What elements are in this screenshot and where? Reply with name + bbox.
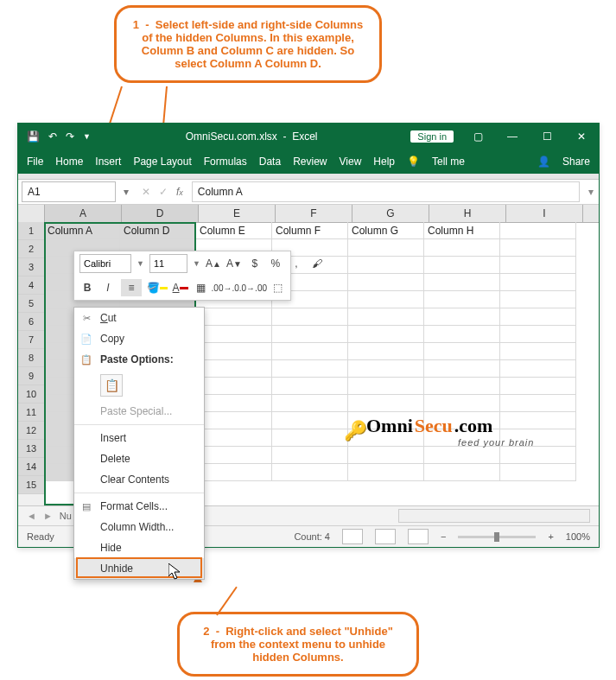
share-icon[interactable]: 👤: [537, 156, 550, 168]
format-painter-icon[interactable]: 🖌: [309, 255, 325, 272]
qat-customize-icon[interactable]: ▼: [83, 132, 91, 141]
page-break-view-icon[interactable]: [408, 529, 429, 544]
row-header[interactable]: 5: [18, 295, 44, 313]
save-icon[interactable]: 💾: [27, 130, 40, 143]
redo-icon[interactable]: ↷: [66, 130, 74, 143]
cell[interactable]: Column A: [44, 222, 120, 239]
zoom-out-icon[interactable]: −: [441, 531, 446, 542]
row-header[interactable]: 14: [18, 458, 44, 476]
context-clear-contents[interactable]: Clear Contents: [74, 469, 204, 490]
context-unhide[interactable]: Unhide: [74, 558, 204, 579]
tab-page-layout[interactable]: Page Layout: [133, 156, 191, 168]
tell-me-icon[interactable]: 💡: [407, 156, 420, 168]
context-copy[interactable]: 📄Copy: [74, 328, 204, 349]
cancel-formula-icon[interactable]: ✕: [142, 186, 150, 198]
row-header[interactable]: 12: [18, 422, 44, 440]
row-header[interactable]: 11: [18, 404, 44, 422]
column-header-i[interactable]: I: [506, 205, 583, 222]
row-header[interactable]: 1: [18, 222, 44, 240]
context-insert[interactable]: Insert: [74, 428, 204, 448]
undo-icon[interactable]: ↶: [48, 130, 57, 143]
tab-insert[interactable]: Insert: [95, 156, 121, 168]
mini-font-input[interactable]: [79, 254, 131, 273]
tell-me[interactable]: Tell me: [432, 156, 465, 168]
row-header[interactable]: 8: [18, 349, 44, 367]
enter-formula-icon[interactable]: ✓: [159, 186, 168, 198]
zoom-slider[interactable]: [458, 536, 536, 538]
context-cut[interactable]: ✂CuCutt: [74, 308, 204, 328]
increase-decimal-icon[interactable]: .00→.0: [214, 279, 237, 296]
accounting-format-icon[interactable]: $: [247, 255, 263, 272]
fx-icon[interactable]: fx: [176, 186, 183, 198]
tab-help[interactable]: Help: [373, 156, 395, 168]
column-header-f[interactable]: F: [276, 205, 352, 222]
row-header[interactable]: 15: [18, 476, 44, 494]
tab-review[interactable]: Review: [293, 156, 327, 168]
minimize-icon[interactable]: —: [495, 124, 530, 149]
row-header[interactable]: 13: [18, 440, 44, 458]
context-column-width[interactable]: Column Width...: [74, 517, 204, 537]
tab-formulas[interactable]: Formulas: [204, 156, 247, 168]
tab-view[interactable]: View: [340, 156, 362, 168]
italic-icon[interactable]: I: [100, 279, 116, 296]
cell[interactable]: Column G: [348, 222, 424, 239]
row-header[interactable]: 9: [18, 367, 44, 385]
ribbon-collapse-strip[interactable]: [18, 174, 599, 180]
column-header-g[interactable]: G: [352, 205, 429, 222]
bold-icon[interactable]: B: [79, 279, 95, 296]
ribbon-display-options-icon[interactable]: ▢: [460, 124, 495, 149]
horizontal-scrollbar[interactable]: [398, 509, 590, 523]
maximize-icon[interactable]: ☐: [530, 124, 564, 149]
row-header[interactable]: 2: [18, 240, 44, 258]
cell[interactable]: Column D: [120, 222, 196, 239]
sheet-tab[interactable]: Nu: [60, 511, 72, 521]
row-header[interactable]: 4: [18, 276, 44, 295]
name-box-dropdown-icon[interactable]: ▾: [119, 186, 133, 198]
font-color-icon[interactable]: A: [173, 279, 188, 296]
row-header[interactable]: 3: [18, 258, 44, 276]
name-box[interactable]: A1: [22, 181, 116, 202]
select-all-corner[interactable]: [18, 205, 45, 222]
context-format-cells[interactable]: ▤Format Cells...: [74, 496, 204, 517]
mini-font-dropdown-icon[interactable]: ▼: [137, 259, 144, 268]
column-header-e[interactable]: E: [199, 205, 276, 222]
context-hide[interactable]: Hide: [74, 537, 204, 558]
merge-icon[interactable]: ⬚: [270, 279, 285, 296]
comma-format-icon[interactable]: ,: [289, 255, 304, 272]
zoom-level[interactable]: 100%: [566, 531, 590, 542]
sign-in-button[interactable]: Sign in: [410, 130, 454, 143]
cell[interactable]: Column H: [424, 222, 500, 239]
tab-home[interactable]: Home: [55, 156, 83, 168]
decrease-decimal-icon[interactable]: .0→.00: [242, 279, 264, 296]
share-button[interactable]: Share: [562, 156, 590, 168]
column-headers[interactable]: A D E F G H I: [18, 205, 599, 223]
fill-color-icon[interactable]: 🪣: [147, 279, 168, 296]
tab-file[interactable]: File: [27, 156, 43, 168]
mini-size-input[interactable]: [149, 254, 187, 273]
cell[interactable]: [500, 222, 576, 239]
context-delete[interactable]: Delete: [74, 448, 204, 469]
row-header[interactable]: 6: [18, 313, 44, 331]
paste-option-icon[interactable]: 📋: [100, 374, 123, 397]
normal-view-icon[interactable]: [342, 529, 363, 544]
cell[interactable]: Column E: [196, 222, 272, 239]
percent-format-icon[interactable]: %: [268, 255, 283, 272]
sheet-nav-next-icon[interactable]: ►: [43, 511, 53, 521]
zoom-in-icon[interactable]: +: [548, 531, 553, 542]
sheet-nav-prev-icon[interactable]: ◄: [27, 511, 36, 521]
increase-font-icon[interactable]: A▲: [206, 255, 221, 272]
page-layout-view-icon[interactable]: [375, 529, 396, 544]
center-align-icon[interactable]: ≡: [121, 279, 142, 296]
borders-icon[interactable]: ▦: [194, 279, 209, 296]
tab-data[interactable]: Data: [259, 156, 281, 168]
row-headers[interactable]: 1 2 3 4 5 6 7 8 9 10 11 12 13 14 15: [18, 222, 45, 505]
close-icon[interactable]: ✕: [564, 124, 599, 149]
cell[interactable]: Column F: [272, 222, 348, 239]
mini-size-dropdown-icon[interactable]: ▼: [193, 259, 200, 268]
formula-bar[interactable]: Column A: [192, 181, 580, 202]
decrease-font-icon[interactable]: A▼: [226, 255, 242, 272]
expand-formula-bar-icon[interactable]: ▾: [583, 186, 599, 198]
row-header[interactable]: 7: [18, 331, 44, 349]
column-header-h[interactable]: H: [429, 205, 506, 222]
column-header-d[interactable]: D: [122, 205, 199, 222]
